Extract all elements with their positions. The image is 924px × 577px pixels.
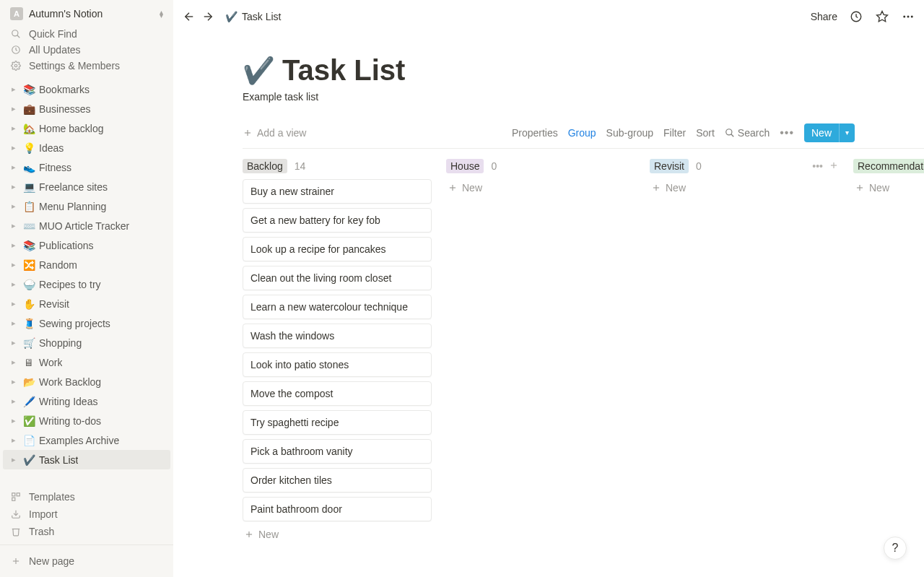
share-button[interactable]: Share: [811, 11, 837, 22]
page-item-label: Businesses: [39, 103, 91, 115]
chevron-right-icon[interactable]: ▸: [7, 278, 20, 291]
board-card[interactable]: Look up a recipe for pancakes: [243, 237, 432, 261]
db-more-button[interactable]: •••: [780, 126, 794, 139]
filter-button[interactable]: Filter: [663, 127, 686, 139]
sidebar-page-item[interactable]: ▸📋Menu Planning: [3, 196, 170, 216]
add-view-label: Add a view: [257, 127, 306, 139]
page-emoji[interactable]: ✔️: [243, 56, 275, 86]
column-header[interactable]: House0: [446, 159, 635, 173]
chevron-right-icon[interactable]: ▸: [7, 337, 20, 350]
chevron-right-icon[interactable]: ▸: [7, 356, 20, 369]
new-card-button[interactable]: New: [446, 179, 635, 196]
sidebar-page-item[interactable]: ▸🍚Recipes to try: [3, 274, 170, 294]
settings-members[interactable]: Settings & Members: [3, 58, 170, 74]
sidebar-page-item[interactable]: ▸🔀Random: [3, 255, 170, 274]
sidebar-page-item[interactable]: ▸💻Freelance sites: [3, 177, 170, 196]
board-card[interactable]: Move the compost: [243, 381, 432, 406]
page-description[interactable]: Example task list: [243, 91, 855, 103]
chevron-right-icon[interactable]: ▸: [7, 142, 20, 155]
chevron-right-icon[interactable]: ▸: [7, 122, 20, 135]
page-item-emoji: 📋: [22, 201, 36, 212]
sidebar-page-item[interactable]: ▸⌨️MUO Article Tracker: [3, 216, 170, 235]
sidebar-page-item[interactable]: ▸📂Work Backlog: [3, 372, 170, 391]
board-card[interactable]: Buy a new strainer: [243, 179, 432, 204]
more-icon[interactable]: [901, 9, 915, 24]
templates[interactable]: Templates: [3, 488, 170, 506]
sidebar-page-item[interactable]: ▸✅Writing to-dos: [3, 411, 170, 430]
column-header[interactable]: Backlog14: [243, 159, 432, 173]
column-add-icon[interactable]: [829, 160, 839, 172]
sidebar-page-item[interactable]: ▸🛒Shopping: [3, 333, 170, 352]
chevron-right-icon[interactable]: ▸: [7, 220, 20, 233]
chevron-right-icon[interactable]: ▸: [7, 239, 20, 252]
sidebar-page-item[interactable]: ▸🏡Home backlog: [3, 118, 170, 138]
sort-button[interactable]: Sort: [696, 127, 715, 139]
sidebar-page-item[interactable]: ▸🖊️Writing Ideas: [3, 391, 170, 411]
workspace-switcher[interactable]: A Autumn's Notion ▴▾: [0, 0, 173, 25]
new-page[interactable]: New page: [3, 551, 170, 571]
sidebar-page-item[interactable]: ▸🧵Sewing projects: [3, 313, 170, 333]
sidebar-page-item[interactable]: ▸🖥Work: [3, 352, 170, 372]
nav-back[interactable]: [182, 9, 196, 24]
chevron-right-icon[interactable]: ▸: [7, 103, 20, 116]
all-updates[interactable]: All Updates: [3, 42, 170, 58]
properties-button[interactable]: Properties: [512, 127, 558, 139]
chevron-right-icon[interactable]: ▸: [7, 181, 20, 194]
chevron-right-icon[interactable]: ▸: [7, 434, 20, 447]
new-card-button[interactable]: New: [853, 179, 924, 196]
column-header[interactable]: Revisit0•••: [650, 159, 839, 173]
column-tag: House: [446, 159, 484, 173]
svg-point-14: [903, 15, 905, 17]
board-card[interactable]: Pick a bathroom vanity: [243, 439, 432, 464]
sidebar-page-item[interactable]: ▸📚Publications: [3, 235, 170, 255]
chevron-right-icon[interactable]: ▸: [7, 376, 20, 389]
quick-find[interactable]: Quick Find: [3, 26, 170, 42]
board-card[interactable]: Wash the windows: [243, 324, 432, 348]
sidebar-page-item[interactable]: ▸💼Businesses: [3, 99, 170, 118]
page-title[interactable]: Task List: [282, 54, 405, 87]
chevron-right-icon[interactable]: ▸: [7, 298, 20, 311]
search-button[interactable]: Search: [725, 127, 770, 139]
board-card[interactable]: Look into patio stones: [243, 352, 432, 377]
sidebar-page-item[interactable]: ▸👟Fitness: [3, 157, 170, 177]
board-card[interactable]: Paint bathroom door: [243, 497, 432, 521]
board-card[interactable]: Order kitchen tiles: [243, 468, 432, 493]
sidebar-page-item[interactable]: ▸📚Bookmarks: [3, 79, 170, 99]
sidebar-page-item[interactable]: ▸📄Examples Archive: [3, 430, 170, 450]
sidebar-page-item[interactable]: ▸✔️Task List: [3, 450, 170, 469]
group-button[interactable]: Group: [568, 127, 596, 139]
board-card[interactable]: Get a new battery for key fob: [243, 208, 432, 233]
chevron-right-icon[interactable]: ▸: [7, 454, 20, 467]
new-button-dropdown[interactable]: ▾: [839, 123, 855, 142]
board-card[interactable]: Try spaghetti recipe: [243, 410, 432, 435]
chevron-right-icon[interactable]: ▸: [7, 395, 20, 408]
sidebar-page-item[interactable]: ▸💡Ideas: [3, 138, 170, 157]
breadcrumb[interactable]: ✔️ Task List: [221, 9, 285, 24]
board-card[interactable]: Learn a new watercolour technique: [243, 295, 432, 319]
chevron-right-icon[interactable]: ▸: [7, 200, 20, 213]
nav-forward[interactable]: [201, 9, 215, 24]
add-view-button[interactable]: Add a view: [243, 127, 306, 139]
column-header[interactable]: Recommendations: [853, 159, 924, 173]
new-card-button[interactable]: New: [650, 179, 839, 196]
help-button[interactable]: ?: [884, 537, 907, 560]
board-card[interactable]: Clean out the living room closet: [243, 266, 432, 290]
column-more-icon[interactable]: •••: [812, 160, 823, 172]
favorite-icon[interactable]: [875, 9, 889, 24]
new-button-label: New: [804, 127, 839, 139]
page-item-emoji: ⌨️: [22, 220, 36, 232]
subgroup-button[interactable]: Sub-group: [606, 127, 653, 139]
trash-label: Trash: [29, 526, 54, 537]
sidebar: A Autumn's Notion ▴▾ Quick Find All Upda…: [0, 0, 173, 577]
new-card-button[interactable]: New: [243, 526, 432, 543]
sidebar-page-item[interactable]: ▸✋Revisit: [3, 294, 170, 313]
new-button[interactable]: New ▾: [804, 123, 855, 142]
chevron-right-icon[interactable]: ▸: [7, 415, 20, 428]
chevron-right-icon[interactable]: ▸: [7, 161, 20, 174]
trash[interactable]: Trash: [3, 523, 170, 540]
chevron-right-icon[interactable]: ▸: [7, 83, 20, 96]
import[interactable]: Import: [3, 506, 170, 523]
chevron-right-icon[interactable]: ▸: [7, 259, 20, 272]
chevron-right-icon[interactable]: ▸: [7, 317, 20, 330]
updates-icon[interactable]: [849, 9, 863, 24]
